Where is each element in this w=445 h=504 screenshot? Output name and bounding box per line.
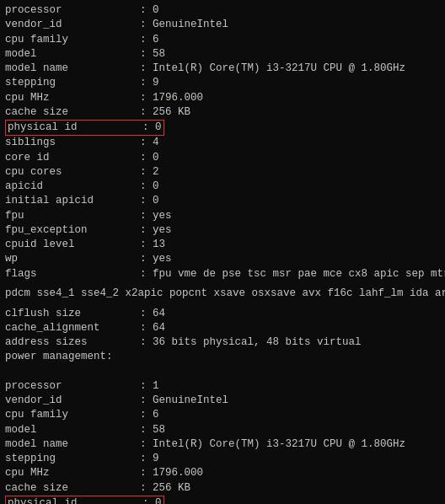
flags-line: flags: fpu vme de pse tsc msr pae mce cx… [5,267,445,281]
row-key: address sizes [5,335,140,350]
table-row: initial apicid: 0 [5,194,440,208]
row-value: : 0 [140,180,159,192]
table-row: model: 58 [5,47,440,62]
table-row: fpu_exception: yes [5,223,440,238]
table-row: physical id: 0 [5,496,440,504]
row-value: : 13 [140,239,165,250]
row-key: processor [5,3,140,18]
row-value: : 0 [142,496,162,504]
table-row: cpu MHz: 1796.000 [5,466,440,480]
row-key: model name [5,437,140,452]
row-value: : 2 [140,166,159,178]
empty-line [5,365,440,379]
table-row: cpuid level: 13 [5,238,440,252]
table-row: vendor_id: GenuineIntel [5,394,440,408]
row-value: : 1796.000 [140,92,203,104]
terminal-window: processor: 0vendor_id: GenuineIntelcpu f… [5,3,440,504]
row-value: : 0 [140,152,159,164]
table-row: cache size: 256 KB [5,105,440,120]
row-value: : 58 [140,424,165,436]
row-value: : GenuineIntel [140,394,228,406]
table-row: wp: yes [5,252,440,266]
table-row: vendor_id: GenuineIntel [5,18,440,32]
row-key: model [5,47,140,62]
row-key: physical id [8,496,142,504]
highlighted-row: physical id: 0 [5,120,164,136]
table-row: fpu: yes [5,209,440,223]
row-key: core id [5,151,140,165]
table-row: processor: 0 [5,3,440,18]
row-key: wp [5,252,140,266]
row-key: cpu cores [5,165,140,180]
row-key: power management: [5,350,140,364]
table-row: siblings: 4 [5,136,440,150]
table-row: model name: Intel(R) Core(TM) i3-3217U C… [5,62,440,76]
table-row: stepping: 9 [5,76,440,90]
row-key: cache size [5,481,140,496]
row-value: : Intel(R) Core(TM) i3-3217U CPU @ 1.80G… [140,62,405,74]
row-value: : yes [140,210,172,222]
row-value: : 4 [140,137,159,148]
table-row: flags: fpu vme de pse tsc msr pae mce cx… [5,267,440,287]
flags-line: pdcm sse4_1 sse4_2 x2apic popcnt xsave o… [5,287,445,301]
row-value: : 0 [140,195,159,206]
row-key: cache size [5,105,140,120]
row-value: : 64 [140,322,165,334]
table-row: apicid: 0 [5,180,440,194]
row-key: cpu MHz [5,91,140,105]
table-row: cache size: 256 KB [5,481,440,496]
row-key: processor [5,379,140,394]
row-key: vendor_id [5,18,140,32]
row-value: : yes [140,224,172,236]
row-key: model name [5,62,140,76]
table-row: cpu cores: 2 [5,165,440,180]
table-row: cpu family: 6 [5,33,440,47]
row-value: : 1796.000 [140,467,203,479]
row-key: cpuid level [5,238,140,252]
highlighted-row: physical id: 0 [5,496,164,504]
row-value: : 6 [140,409,159,421]
table-row: cpu MHz: 1796.000 [5,91,440,105]
table-row: model: 58 [5,423,440,437]
row-key: physical id [8,121,142,135]
row-value: : 256 KB [140,106,190,118]
table-row: address sizes: 36 bits physical, 48 bits… [5,335,440,350]
table-row: cpu family: 6 [5,408,440,422]
row-value: : GenuineIntel [140,19,228,30]
row-key: fpu [5,209,140,223]
table-row: core id: 0 [5,151,440,165]
row-key: cpu family [5,33,140,47]
table-row: physical id: 0 [5,120,440,136]
row-key: initial apicid [5,194,140,208]
table-row: cache_alignment: 64 [5,321,440,335]
row-key: fpu_exception [5,223,140,238]
row-value: : 256 KB [140,482,190,494]
table-row: processor: 1 [5,379,440,394]
row-value: : 0 [142,121,162,135]
row-value: : Intel(R) Core(TM) i3-3217U CPU @ 1.80G… [140,438,405,450]
row-key: cpu family [5,408,140,422]
row-key: cache_alignment [5,321,140,335]
table-row: power management: [5,350,440,364]
row-value: : 58 [140,48,165,60]
row-key: apicid [5,180,140,194]
row-value: : 1 [140,380,159,392]
row-key: vendor_id [5,394,140,408]
row-value: : 9 [140,453,159,464]
row-key: cpu MHz [5,466,140,480]
row-value: : 0 [140,4,159,16]
row-key: model [5,423,140,437]
table-row: stepping: 9 [5,452,440,466]
table-row: clflush size: 64 [5,307,440,321]
row-value: : 6 [140,34,159,46]
table-row: model name: Intel(R) Core(TM) i3-3217U C… [5,437,440,452]
row-value: : yes [140,253,172,265]
row-key: stepping [5,452,140,466]
table-row: pdcm sse4_1 sse4_2 x2apic popcnt xsave o… [5,287,440,307]
row-key: clflush size [5,307,140,321]
row-value: : 36 bits physical, 48 bits virtual [140,336,362,348]
row-key: stepping [5,76,140,90]
row-value: : 9 [140,77,159,88]
row-key: siblings [5,136,140,150]
row-value: : 64 [140,308,165,319]
